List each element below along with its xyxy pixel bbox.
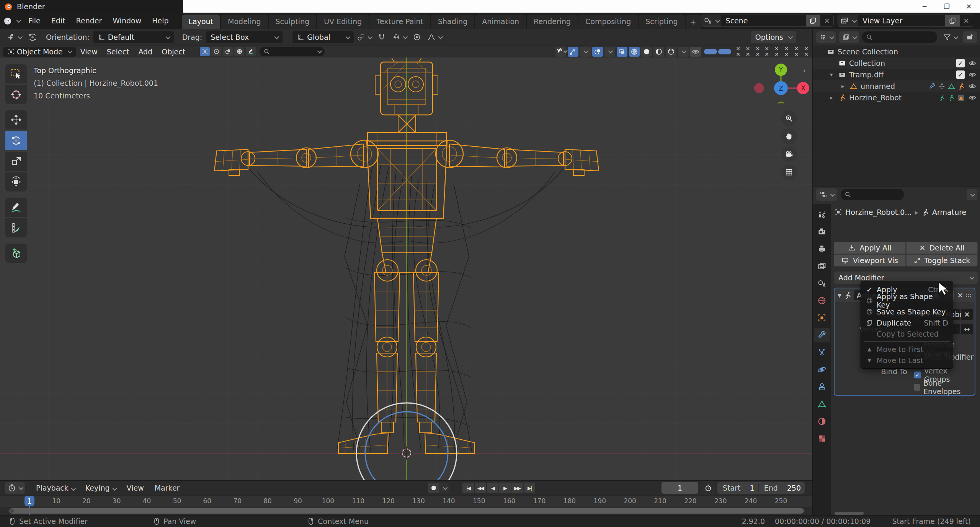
viewport-menu-select[interactable]: Select [102,47,134,57]
toggle-stack-button[interactable]: Toggle Stack [906,254,978,267]
menu-render[interactable]: Render [71,15,108,26]
scene-canvas[interactable] [0,57,812,480]
menu-edit[interactable]: Edit [46,15,71,26]
tool-rotate[interactable] [5,131,27,150]
menu-file[interactable]: File [23,15,46,26]
outliner-filter-dropdown[interactable] [940,31,960,43]
tool-cursor[interactable] [5,85,27,104]
modifier-icon[interactable] [938,83,946,90]
workspace-tab-rendering[interactable]: Rendering [527,15,578,29]
sidebar-collapse-arrow[interactable]: ‹ [803,67,806,75]
missing-icon-grid[interactable]: ✕✕✕✕✕✕ [736,46,760,57]
menu-item-duplicate[interactable]: DuplicateShift D [861,317,953,328]
tool-transform[interactable] [5,172,27,191]
close-button[interactable]: ✕ [958,0,980,13]
mode-strip-icon[interactable] [246,47,256,56]
properties-tab-texture[interactable] [814,431,830,446]
jump-end-button[interactable]: ▶| [524,483,535,493]
tool-annotate[interactable] [5,198,27,217]
apply-all-button[interactable]: Apply All [834,242,906,254]
workspace-tab-shading[interactable]: Shading [431,15,474,29]
pan-hand-button[interactable] [781,128,797,144]
meshdata-icon[interactable] [948,83,955,90]
view-layer-remove-button[interactable]: ✕ [960,15,973,26]
grid-ortho-button[interactable] [781,164,797,180]
tool-measure[interactable] [5,218,27,237]
exclude-checkbox[interactable]: ✓ [956,70,965,79]
current-frame-badge[interactable]: 1 [24,496,34,506]
object-clear-button[interactable]: ✕ [961,309,973,320]
outliner-search[interactable] [862,31,937,43]
menu-help[interactable]: Help [147,15,174,26]
invert-vertex-group-button[interactable]: ↔ [961,324,973,334]
scene-selector[interactable]: Scene ✕ [701,15,834,27]
outliner-row-unnamed[interactable]: ▸unnamed [813,80,980,92]
timeline-menu-view[interactable]: View [121,482,149,494]
properties-tab-output[interactable] [814,242,830,256]
outliner-row-tramp-dff[interactable]: ▾Tramp.dff✓ [813,69,980,80]
shading-dropdown[interactable] [678,47,689,57]
mesh-selected-icon[interactable] [957,94,965,101]
object-visibility-dropdown[interactable] [555,47,566,57]
proportional-editing-toggle[interactable] [410,31,424,44]
timeline-menu-marker[interactable]: Marker [149,482,185,494]
timeline-scrollbar[interactable] [9,508,804,514]
shading-material-button[interactable] [653,47,664,57]
properties-tab-physics[interactable] [814,362,830,377]
properties-tab-modifiers[interactable] [814,328,830,342]
snap-toggle[interactable] [374,31,389,44]
jump-start-button[interactable]: |◀ [462,483,474,493]
exclude-checkbox[interactable]: ✓ [956,59,965,67]
play-button[interactable]: ▶ [499,483,511,493]
drag-dropdown[interactable]: Select Box [206,31,283,43]
properties-tab-view-layer[interactable] [814,259,830,273]
drag-grip[interactable] [965,293,972,297]
app-menu-button[interactable] [0,16,23,25]
end-frame-field[interactable]: 250 [783,484,805,492]
menu-window[interactable]: Window [107,15,147,26]
expander-arrow[interactable]: ▸ [841,83,850,90]
restore-button[interactable]: ❐ [936,0,958,13]
properties-options-dropdown[interactable] [967,189,977,200]
breadcrumb-object[interactable]: Horzine_Robot.0... [845,208,912,216]
view-layer-new-button[interactable] [945,15,960,26]
tool-select-box[interactable] [5,64,27,83]
missing-icon-grid[interactable]: ✕✕✕✕✕✕✕✕✕✕ [764,46,808,57]
breadcrumb-modifier[interactable]: Armature [932,208,966,216]
outliner-row-collection[interactable]: Collection✓ [813,57,980,69]
mode-strip-icon[interactable] [200,47,210,56]
hide-eye-icon[interactable] [969,82,976,90]
tool-add-cube[interactable] [5,244,27,263]
new-collection-button[interactable] [963,31,977,43]
delete-all-button[interactable]: ✕Delete All [906,242,978,254]
properties-tab-constraints[interactable] [814,380,830,394]
modifier-delete-icon[interactable]: ✕ [957,291,963,300]
mode-strip-icon[interactable] [223,47,233,56]
pose2-icon[interactable] [948,94,955,101]
3d-viewport[interactable]: Object Mode ViewSelectAddObject – ✕✕✕✕ [0,46,812,480]
viewport-menu-view[interactable]: View [76,47,102,57]
checkbox-row[interactable]: Bone Envelopes [914,379,975,396]
timeline-editor-dropdown[interactable] [5,482,25,494]
minimize-button[interactable]: ─ [913,0,936,13]
mode-dropdown[interactable]: Object Mode [3,47,76,57]
prev-key-button[interactable]: ◀◀ [475,483,486,493]
annotation-pills[interactable]: – [704,49,731,54]
properties-tab-particles[interactable] [814,345,830,360]
visibility-eye-toggle[interactable] [690,47,701,57]
expander-arrow[interactable]: ▾ [830,71,838,78]
editor-type-dropdown[interactable] [816,188,837,201]
workspace-tab-animation[interactable]: Animation [475,15,526,29]
auto-key-button[interactable] [428,483,439,493]
add-workspace-button[interactable]: + [686,15,701,29]
viewport-vis-button[interactable]: Viewport Vis [834,254,906,267]
next-key-button[interactable]: ▶▶ [511,483,523,493]
current-frame-field[interactable]: 1 [662,482,698,494]
outliner-display-mode-dropdown[interactable] [816,31,836,43]
properties-tab-world[interactable] [814,293,830,308]
navigation-gizmo[interactable]: Y Z X [748,61,810,103]
camera-view-button[interactable] [781,146,797,162]
shading-wireframe-button[interactable] [629,47,640,57]
mode-strip-icon[interactable] [234,47,244,56]
outliner-row-scene-collection[interactable]: Scene Collection [813,46,980,57]
